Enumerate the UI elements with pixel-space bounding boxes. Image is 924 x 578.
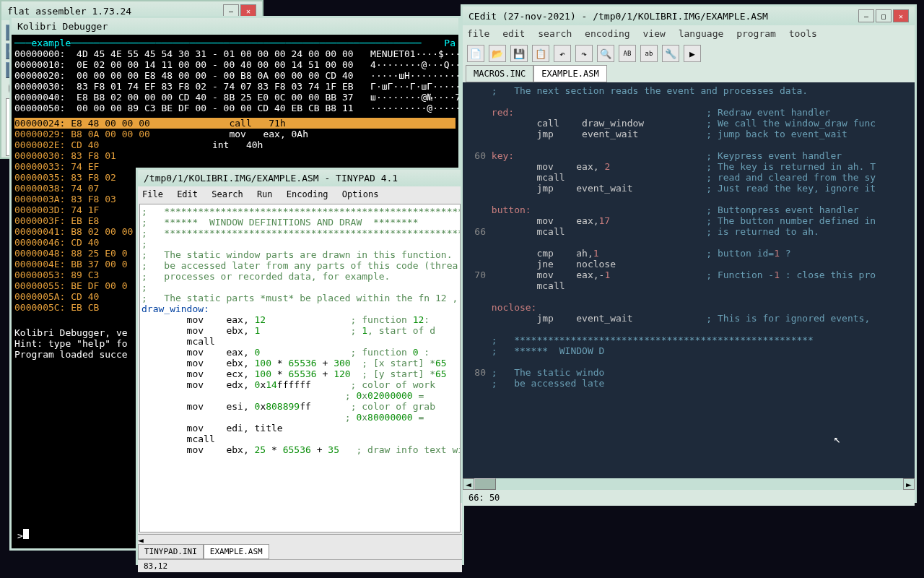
cedit-menu-edit[interactable]: edit: [502, 28, 525, 39]
cedit-menu-view[interactable]: view: [643, 28, 666, 39]
debugger-title: Kolibri Debugger: [17, 21, 108, 32]
save-file-icon[interactable]: 💾: [510, 45, 528, 62]
run-icon[interactable]: ▶: [684, 45, 701, 62]
tinypad-editor[interactable]: ; **************************************…: [139, 204, 461, 532]
tinypad-status: 83,12: [138, 559, 462, 572]
debugger-command-input[interactable]: >: [17, 529, 29, 541]
cedit-menu-tools[interactable]: tools: [789, 28, 817, 39]
cedit-window: CEdit (27-nov-2021) - /tmp0/1/KOLIBRI.IM…: [461, 4, 917, 503]
lowercase-icon[interactable]: ab: [640, 45, 658, 62]
tinypad-menu-encoding[interactable]: Encoding: [287, 189, 328, 199]
tinypad-window: /tmp0/1/KOLIBRI.IMG/EXAMPLE.ASM - TINYPA…: [136, 168, 464, 565]
cedit-titlebar[interactable]: CEdit (27-nov-2021) - /tmp0/1/KOLIBRI.IM…: [463, 7, 915, 25]
fasm-title: flat assembler 1.73.24: [7, 6, 131, 17]
cedit-tabs: MACROS.INC EXAMPLE.ASM: [463, 65, 915, 82]
redo-icon[interactable]: ↷: [575, 45, 593, 62]
cedit-menu-program[interactable]: program: [736, 28, 776, 39]
tinypad-menu-search[interactable]: Search: [212, 189, 243, 199]
debugger-hex-dump: 00000000: 4D 45 4E 55 45 54 30 31 - 01 0…: [14, 48, 456, 113]
tinypad-menu-options[interactable]: Options: [342, 189, 379, 199]
tinypad-menu-edit[interactable]: Edit: [177, 189, 198, 199]
tinypad-menu-run[interactable]: Run: [257, 189, 273, 199]
settings-icon[interactable]: 🔧: [662, 45, 679, 62]
cedit-menu-language[interactable]: language: [679, 28, 724, 39]
undo-icon[interactable]: ↶: [554, 45, 571, 62]
minimize-button[interactable]: —: [858, 9, 874, 22]
uppercase-icon[interactable]: AB: [619, 45, 636, 62]
tinypad-tabs: TINYPAD.INI EXAMPLE.ASM: [138, 544, 462, 559]
cedit-menu: file edit search encoding view language …: [463, 25, 915, 42]
tinypad-menu-file[interactable]: File: [142, 189, 163, 199]
tinypad-hscroll[interactable]: ◄: [138, 534, 462, 544]
close-button[interactable]: ✕: [893, 9, 909, 22]
cedit-menu-search[interactable]: search: [538, 28, 572, 39]
cedit-tab-macros[interactable]: MACROS.INC: [466, 65, 533, 82]
tinypad-tab-ini[interactable]: TINYPAD.INI: [138, 544, 204, 559]
tinypad-menu: File Edit Search Run Encoding Options: [138, 186, 462, 202]
cedit-editor[interactable]: ; The next section reads the event and p…: [463, 82, 915, 478]
tinypad-title: /tmp0/1/KOLIBRI.IMG/EXAMPLE.ASM - TINYPA…: [144, 173, 398, 184]
tinypad-titlebar[interactable]: /tmp0/1/KOLIBRI.IMG/EXAMPLE.ASM - TINYPA…: [138, 170, 462, 186]
new-file-icon[interactable]: 📄: [467, 45, 484, 62]
paste-icon[interactable]: 📋: [532, 45, 549, 62]
maximize-button[interactable]: □: [876, 9, 892, 22]
cedit-menu-encoding[interactable]: encoding: [585, 28, 630, 39]
cedit-status: 66: 50: [463, 490, 915, 506]
cedit-menu-file[interactable]: file: [467, 28, 489, 39]
debugger-titlebar[interactable]: Kolibri Debugger: [12, 18, 458, 35]
cedit-title: CEdit (27-nov-2021) - /tmp0/1/KOLIBRI.IM…: [468, 11, 768, 22]
cedit-hscroll[interactable]: ◄ ►: [463, 478, 915, 490]
open-file-icon[interactable]: 📂: [489, 45, 506, 62]
search-icon[interactable]: 🔍: [597, 45, 614, 62]
cedit-toolbar: 📄 📂 💾 📋 ↶ ↷ 🔍 AB ab 🔧 ▶: [463, 42, 915, 65]
debugger-section-label: ───: [14, 38, 31, 48]
cedit-tab-example[interactable]: EXAMPLE.ASM: [533, 65, 606, 82]
tinypad-tab-asm[interactable]: EXAMPLE.ASM: [204, 544, 269, 559]
